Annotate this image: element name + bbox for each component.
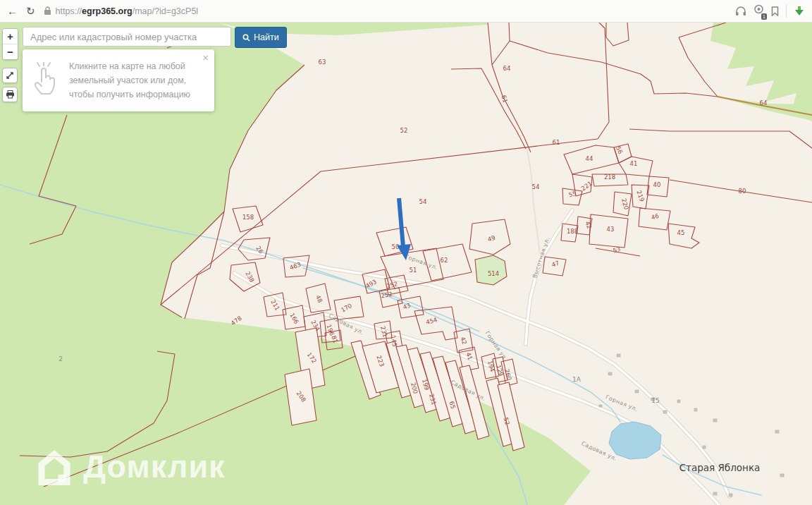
search-bar: Найти [23, 27, 287, 48]
parcel-number-label: 514 [488, 270, 499, 277]
parcel-number-label: 52 [400, 127, 408, 134]
print-button[interactable] [2, 87, 18, 102]
headphones-icon[interactable] [735, 6, 746, 16]
expand-icon [6, 71, 14, 80]
parcel-number-label: 62 [441, 257, 448, 264]
parcel-number-label: 63 [319, 59, 326, 66]
search-button[interactable]: Найти [235, 27, 287, 48]
parcel-number-label: 54 [419, 198, 427, 205]
parcel-number-label: 158 [242, 214, 254, 221]
printer-icon [6, 90, 15, 99]
zoom-out-button[interactable]: − [3, 44, 18, 59]
fullscreen-button[interactable] [2, 68, 18, 83]
parcel-number-label: 61 [553, 139, 560, 146]
lock-icon [44, 6, 51, 16]
parcel-number-label: 188 [567, 228, 578, 235]
parcel-number-label: 218 [604, 174, 615, 181]
reload-icon[interactable]: ↻ [26, 6, 35, 16]
parcel-number-label: 64 [760, 99, 768, 107]
browser-toolbar: ← ↻ https://egrp365.org/map/?id=g3cP5l 1 [0, 0, 812, 23]
map-misc-label: 15 [651, 397, 659, 404]
parcel-number-label: 45 [677, 229, 685, 236]
parcel-number-label: 40 [653, 181, 661, 188]
extension-icon[interactable]: 1 [753, 4, 764, 18]
click-hand-icon [30, 62, 62, 99]
url-text: https://egrp365.org/map/?id=g3cP5l [56, 6, 199, 16]
parcel-number-label: 41 [630, 160, 638, 167]
close-icon[interactable]: × [202, 52, 209, 63]
map-misc-label: 2 [59, 355, 63, 363]
search-button-label: Найти [254, 32, 279, 42]
toolbar-separator [786, 5, 787, 18]
zoom-in-button[interactable]: + [3, 29, 18, 44]
parcel-number-label: 54 [532, 183, 540, 190]
extension-badge: 1 [761, 13, 767, 20]
parcel-number-label: 80 [739, 188, 746, 195]
map-container: 6364615264806144564121822155219220404645… [0, 23, 812, 505]
place-name-label: Старая Яблонка [679, 462, 761, 473]
parcel-number-label: 43 [607, 226, 615, 233]
hint-text: Кликните на карте на любой земельный уча… [69, 59, 190, 102]
map-misc-label: 1А [572, 376, 582, 383]
parcel-number-label: 64 [503, 65, 511, 72]
address-bar[interactable]: https://egrp365.org/map/?id=g3cP5l [44, 6, 727, 16]
bookmark-icon[interactable] [771, 6, 779, 16]
parcel-number-label: 51 [410, 267, 417, 274]
search-icon [242, 34, 250, 42]
search-input[interactable] [23, 27, 231, 47]
parcel-number-label: 44 [586, 155, 593, 162]
back-icon[interactable]: ← [7, 6, 18, 16]
map-hint-tooltip: × Кликните на карте на любой земельный у… [23, 49, 214, 111]
download-arrow-icon[interactable] [794, 6, 805, 17]
zoom-controls: + − [2, 28, 18, 60]
